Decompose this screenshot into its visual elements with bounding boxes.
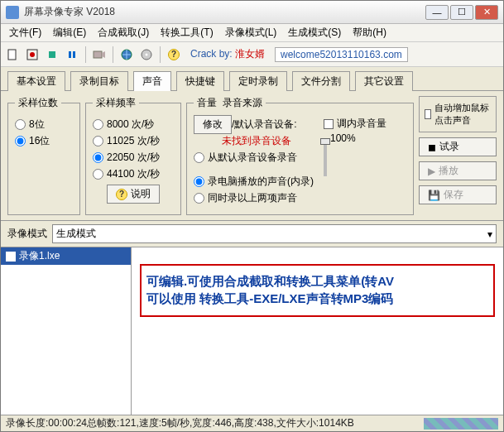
file-list[interactable]: 录像1.lxe — [1, 247, 132, 415]
svg-rect-0 — [8, 50, 16, 60]
menu-help[interactable]: 帮助(H) — [348, 24, 391, 41]
audio-panel: 采样位数 8位 16位 采样频率 8000 次/秒 11025 次/秒 2205… — [1, 91, 503, 220]
status-text: 录像长度:00:00:24总帧数:121,速度:5帧/秒,宽度:446,高度:4… — [6, 416, 354, 430]
tab-audio[interactable]: 声音 — [133, 71, 171, 91]
tab-timer[interactable]: 定时录制 — [229, 71, 287, 91]
menubar: 文件(F) 编辑(E) 合成截取(J) 转换工具(T) 录像模式(L) 生成模式… — [1, 24, 503, 42]
menu-file[interactable]: 文件(F) — [4, 24, 46, 41]
crack-label: Crack by: 淮女婿 — [190, 47, 265, 61]
close-button[interactable]: ✕ — [475, 5, 498, 20]
tab-split[interactable]: 文件分割 — [292, 71, 350, 91]
maximize-button[interactable]: ☐ — [450, 5, 473, 20]
radio-8000[interactable] — [93, 119, 103, 130]
test-record-button[interactable]: ◼ 试录 — [419, 137, 497, 156]
radio-11025[interactable] — [93, 136, 103, 146]
device-missing-text: 未找到录音设备 — [194, 134, 320, 148]
svg-marker-7 — [102, 51, 105, 58]
menu-gen-mode[interactable]: 生成模式(S) — [283, 24, 346, 41]
inner-vol-slider[interactable] — [324, 132, 327, 182]
toolbar: ? Crack by: 淮女婿 welcome52013110163.com — [1, 42, 503, 67]
inner-vol-value: 100% — [330, 132, 356, 144]
svg-rect-5 — [73, 51, 75, 58]
tabs: 基本设置 录制目标 声音 快捷键 定时录制 文件分割 其它设置 — [1, 67, 503, 91]
modify-button[interactable]: 修改 — [194, 115, 232, 134]
welcome-link[interactable]: welcome52013110163.com — [275, 47, 408, 62]
tab-basic[interactable]: 基本设置 — [7, 71, 65, 91]
globe-icon[interactable] — [118, 46, 135, 63]
separator — [85, 46, 86, 63]
list-item[interactable]: 录像1.lxe — [1, 247, 131, 265]
sample-rate-group: 采样频率 8000 次/秒 11025 次/秒 22050 次/秒 44100 … — [85, 96, 181, 215]
info-line-1: 可编辑.可使用合成截取和转换工具菜单(转AV — [146, 274, 488, 290]
radio-22050[interactable] — [93, 152, 103, 163]
menu-edit[interactable]: 编辑(E) — [48, 24, 91, 41]
mode-label: 录像模式 — [7, 227, 47, 241]
new-icon[interactable] — [4, 46, 21, 63]
pause-icon[interactable] — [64, 46, 80, 63]
sample-rate-legend: 采样频率 — [93, 96, 139, 110]
disk-icon[interactable] — [138, 46, 155, 63]
separator — [113, 46, 113, 63]
window-title: 屏幕录像专家 V2018 — [24, 5, 420, 19]
radio-src-default[interactable] — [194, 152, 204, 163]
inner-vol-checkbox[interactable] — [324, 119, 334, 129]
auto-click-group: 自动增加鼠标点击声音 — [419, 96, 497, 132]
volume-group: 音量 录音来源 修改/默认录音设备: 未找到录音设备 从默认录音设备录音 录电脑… — [186, 96, 414, 215]
radio-src-internal[interactable] — [194, 176, 204, 187]
record-icon[interactable] — [24, 46, 41, 63]
mode-select[interactable]: 生成模式▾ — [52, 224, 497, 243]
auto-click-checkbox[interactable] — [425, 109, 431, 119]
svg-rect-4 — [69, 51, 71, 58]
svg-rect-3 — [49, 51, 55, 58]
separator — [160, 46, 161, 63]
play-button[interactable]: ▶ 播放 — [419, 161, 497, 180]
radio-16bit[interactable] — [15, 136, 26, 146]
status-mosaic — [424, 418, 498, 430]
tab-other[interactable]: 其它设置 — [355, 71, 413, 91]
svg-point-2 — [30, 52, 35, 57]
radio-8bit[interactable] — [15, 119, 26, 130]
menu-compose[interactable]: 合成截取(J) — [93, 24, 154, 41]
sample-bits-group: 采样位数 8位 16位 — [7, 96, 80, 215]
menu-record-mode[interactable]: 录像模式(L) — [220, 24, 282, 41]
svg-rect-6 — [94, 51, 102, 58]
tab-hotkey[interactable]: 快捷键 — [176, 71, 224, 91]
statusbar: 录像长度:00:00:24总帧数:121,速度:5帧/秒,宽度:446,高度:4… — [1, 415, 503, 431]
tab-target[interactable]: 录制目标 — [70, 71, 128, 91]
app-icon — [6, 6, 19, 19]
radio-src-both[interactable] — [194, 193, 204, 204]
chevron-down-icon: ▾ — [487, 228, 492, 240]
help-icon[interactable]: ? — [166, 46, 182, 63]
file-icon — [6, 252, 16, 262]
rate-help-button[interactable]: ?说明 — [107, 185, 160, 204]
info-frame: 可编辑.可使用合成截取和转换工具菜单(转AV 可以使用 转换工具-EXE/LXE… — [140, 264, 495, 317]
menu-convert[interactable]: 转换工具(T) — [156, 24, 218, 41]
radio-44100[interactable] — [93, 169, 103, 180]
minimize-button[interactable]: — — [425, 5, 449, 20]
device-default-label: /默认录音设备: — [232, 118, 297, 130]
sample-bits-legend: 采样位数 — [15, 96, 61, 110]
stop-icon[interactable] — [44, 46, 60, 63]
info-line-2: 可以使用 转换工具-EXE/LXE声音转MP3编码 — [146, 291, 488, 307]
preview-pane: 可编辑.可使用合成截取和转换工具菜单(转AV 可以使用 转换工具-EXE/LXE… — [132, 247, 503, 415]
save-button[interactable]: 💾 保存 — [419, 185, 497, 204]
svg-point-10 — [146, 53, 148, 55]
camera-icon[interactable] — [91, 46, 108, 63]
